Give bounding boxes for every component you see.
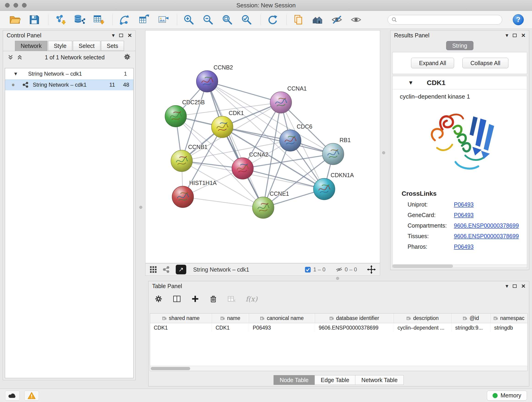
snapshot-button[interactable] [292, 13, 305, 26]
collapse-all-icon[interactable] [7, 54, 13, 60]
cell-canonical-name[interactable]: P06493 [249, 323, 315, 332]
cell-description[interactable]: cyclin–dependent ... [394, 323, 452, 332]
open-session-button[interactable] [8, 13, 22, 26]
network-node-RB1[interactable]: RB1 [322, 137, 351, 165]
gene-section-header[interactable]: ▼ CDK1 [393, 76, 527, 89]
tab-network-table[interactable]: Network Table [355, 375, 404, 385]
export-image-button[interactable] [156, 13, 170, 26]
search-input[interactable] [399, 17, 498, 23]
crosslink-link[interactable]: P06493 [454, 201, 474, 208]
network-row-selected[interactable]: String Network – cdk1 11 48 [5, 79, 133, 90]
new-network-from-selection-button[interactable] [118, 13, 131, 26]
zoom-out-button[interactable] [201, 13, 215, 26]
grid-view-icon[interactable] [150, 266, 157, 273]
tab-network[interactable]: Network [15, 41, 47, 51]
column-header-name[interactable]: name [212, 313, 249, 323]
cell-database-identifier[interactable]: 9606.ENSP00000378699 [315, 323, 394, 332]
hide-selected-button[interactable] [330, 13, 343, 26]
maximize-panel-icon[interactable] [119, 34, 123, 37]
close-panel-icon[interactable]: × [521, 283, 525, 289]
network-node-HIST1H1A[interactable]: HIST1H1A [172, 180, 217, 208]
maximize-window-button[interactable] [22, 3, 27, 7]
tab-edge-table[interactable]: Edge Table [315, 375, 355, 385]
maximize-panel-icon[interactable] [513, 284, 517, 288]
function-builder-icon[interactable]: f(x) [246, 295, 257, 303]
zoom-selected-button[interactable] [240, 13, 253, 26]
export-network-button[interactable] [137, 13, 150, 26]
navigate-crosshair-icon[interactable] [367, 265, 376, 274]
minimize-window-button[interactable] [13, 3, 18, 7]
float-panel-icon[interactable]: ▾ [505, 32, 508, 38]
vertical-splitter-handle[interactable] [382, 151, 385, 154]
network-node-CCNE1[interactable]: CCNE1 [253, 191, 289, 218]
maximize-panel-icon[interactable] [513, 34, 517, 37]
expand-all-button[interactable]: Expand All [411, 58, 454, 68]
network-graph[interactable]: CCNB2CCNA1CDC25BCDK1CDC6RB1CCNB1CCNA2CDK… [146, 31, 380, 263]
first-neighbors-button[interactable] [311, 13, 324, 26]
crosslink-link[interactable]: P06493 [454, 243, 474, 250]
collapse-all-button[interactable]: Collapse All [462, 58, 508, 68]
network-node-CCNB2[interactable]: CCNB2 [196, 64, 233, 92]
hidden-eye-slash-icon[interactable] [336, 266, 342, 273]
warnings-button[interactable] [24, 390, 39, 401]
network-edge-CCNB2-CCNE1[interactable] [207, 81, 263, 208]
memory-button[interactable]: Memory [487, 390, 527, 401]
horizontal-scrollbar[interactable] [150, 366, 527, 371]
column-header-description[interactable]: description [394, 313, 452, 323]
expand-all-icon[interactable] [17, 54, 23, 60]
selected-checkbox-icon[interactable] [305, 267, 311, 273]
network-options-gear-icon[interactable] [123, 53, 131, 61]
column-header-id[interactable]: @id [452, 313, 491, 323]
tab-sets[interactable]: Sets [101, 41, 124, 51]
vertical-splitter-handle[interactable] [139, 206, 142, 209]
cloud-status-button[interactable] [5, 390, 20, 401]
column-header-canonical-name[interactable]: canonical name [249, 313, 315, 323]
network-node-CCNA1[interactable]: CCNA1 [270, 85, 307, 113]
show-all-button[interactable] [349, 13, 363, 26]
import-network-from-database-button[interactable] [73, 13, 86, 26]
table-settings-gear-icon[interactable] [154, 295, 163, 303]
scrollbar-thumb[interactable] [393, 264, 453, 268]
close-panel-icon[interactable]: × [521, 32, 525, 39]
column-header-database-identifier[interactable]: database identifier [315, 313, 394, 323]
tab-select[interactable]: Select [73, 41, 100, 51]
network-node-CDK1[interactable]: CDK1 [211, 110, 244, 138]
search-box[interactable] [388, 15, 502, 25]
detach-view-button[interactable]: ↗ [176, 265, 186, 274]
network-node-CDC6[interactable]: CDC6 [279, 123, 312, 151]
cell-shared-name[interactable]: CDK1 [150, 323, 212, 332]
import-network-from-file-button[interactable] [53, 13, 67, 26]
network-collection-row[interactable]: ▼ String Network – cdk1 1 [5, 68, 133, 79]
float-panel-icon[interactable]: ▾ [112, 32, 114, 38]
network-canvas[interactable]: CCNB2CCNA1CDC25BCDK1CDC6RB1CCNB1CCNA2CDK… [145, 30, 380, 263]
collapse-arrow-icon[interactable]: ▼ [408, 80, 413, 86]
zoom-fit-button[interactable] [221, 13, 234, 26]
cell-namespace[interactable]: stringdb [491, 323, 527, 332]
show-columns-icon[interactable] [173, 295, 181, 303]
collapse-arrow-icon[interactable]: ▼ [13, 71, 18, 77]
cell-id[interactable]: stringdb:9... [452, 323, 491, 332]
network-node-CCNB1[interactable]: CCNB1 [171, 144, 208, 172]
apply-layout-button[interactable] [266, 13, 279, 26]
close-window-button[interactable] [5, 3, 10, 7]
network-edge-HIST1H1A-CCNE1[interactable] [183, 197, 263, 208]
close-panel-icon[interactable]: × [128, 32, 132, 39]
help-button[interactable]: ? [513, 14, 524, 25]
horizontal-splitter-handle[interactable] [336, 277, 339, 280]
string-results-tab[interactable]: String [446, 41, 473, 50]
tab-node-table[interactable]: Node Table [273, 375, 315, 385]
float-panel-icon[interactable]: ▾ [505, 283, 508, 289]
network-node-CDKN1A[interactable]: CDKN1A [313, 172, 354, 200]
delete-column-trash-icon[interactable] [209, 295, 217, 303]
table-row[interactable]: CDK1 CDK1 P06493 9606.ENSP00000378699 cy… [150, 323, 527, 332]
import-table-from-file-button[interactable] [92, 13, 105, 26]
horizontal-scrollbar[interactable] [393, 264, 527, 268]
scrollbar-thumb[interactable] [151, 367, 190, 370]
crosslink-link[interactable]: 9606.ENSP00000378699 [454, 233, 519, 240]
crosslink-link[interactable]: P06493 [454, 212, 474, 218]
cell-name[interactable]: CDK1 [212, 323, 249, 332]
add-column-icon[interactable] [191, 295, 199, 303]
tab-style[interactable]: Style [48, 41, 72, 51]
zoom-in-button[interactable] [182, 13, 196, 26]
network-list-icon[interactable] [162, 266, 170, 273]
